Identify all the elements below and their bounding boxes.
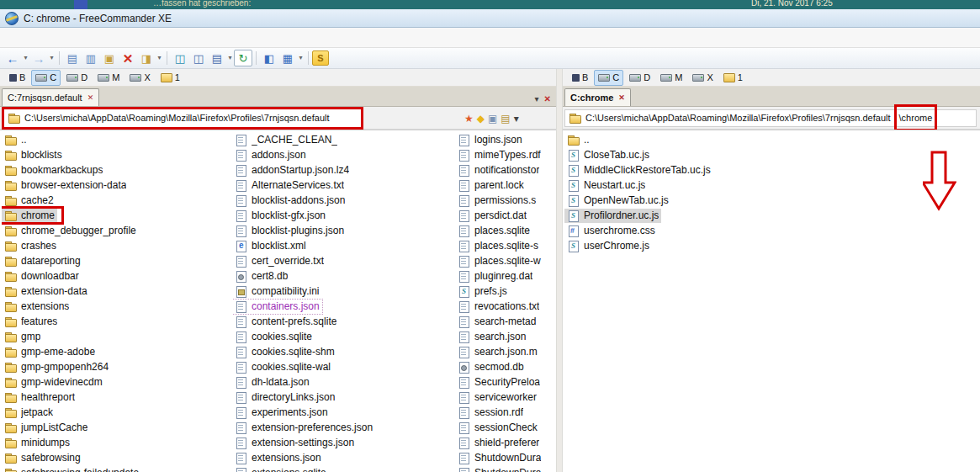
chrome_debugger_profile[interactable]: chrome_debugger_profile [2,223,230,238]
logins.json[interactable]: logins.json [455,132,556,147]
favorites-icon[interactable]: ★ [464,113,474,125]
extension-settings.json[interactable]: extension-settings.json [232,435,454,450]
extension-data[interactable]: extension-data [2,284,230,299]
safebrowsing[interactable]: safebrowsing [2,450,230,465]
blocklist-gfx.json[interactable]: blocklist-gfx.json [232,208,454,223]
serviceworker[interactable]: serviceworker [455,390,556,405]
dh-ldata.json[interactable]: dh-ldata.json [232,374,454,390]
path-dropdown-icon[interactable]: ▾ [514,113,519,125]
sync-icon[interactable]: S [312,50,329,66]
search-metad[interactable]: search-metad [455,314,556,329]
persdict.dat[interactable]: persdict.dat [455,208,556,223]
menu-item[interactable] [87,35,104,40]
tree-view-icon[interactable]: ◫ [189,49,208,67]
panel-close-icon[interactable]: ✕ [544,94,551,103]
menu-item[interactable] [37,35,54,40]
new-folder-icon[interactable]: ▤ [63,49,82,67]
cert_override.txt[interactable]: cert_override.txt [232,253,454,268]
_CACHE_CLEAN_[interactable]: _CACHE_CLEAN_ [232,132,454,147]
copy-path-icon[interactable]: ▣ [488,113,497,125]
experiments.json[interactable]: experiments.json [232,405,454,420]
cookies.sqlite-wal[interactable]: cookies.sqlite-wal [232,359,454,374]
drive-button[interactable]: 1 [719,70,747,86]
parent.lock[interactable]: parent.lock [455,178,556,193]
toolbar-separator[interactable] [56,50,63,66]
healthreport[interactable]: healthreport [2,390,230,405]
drive-button[interactable]: B [568,70,592,86]
containers.json[interactable]: containers.json [232,299,454,314]
features[interactable]: features [2,314,230,329]
sessionCheck[interactable]: sessionCheck [455,420,556,435]
menu-item[interactable] [20,35,37,40]
ShutdownDura[interactable]: ShutdownDura [455,465,556,472]
permissions.s[interactable]: permissions.s [455,193,556,208]
blocklists[interactable]: blocklists [2,147,230,162]
mimeTypes.rdf[interactable]: mimeTypes.rdf [455,147,556,162]
gmp-widevinecdm[interactable]: gmp-widevinecdm [2,374,230,390]
extensions[interactable]: extensions [2,299,230,314]
OpenNewTab.uc.js[interactable]: OpenNewTab.uc.js [564,193,980,208]
drive-button[interactable]: X [125,70,154,86]
extensions.json[interactable]: extensions.json [232,450,454,465]
forward-icon[interactable]: → [29,49,48,67]
blocklist.xml[interactable]: blocklist.xml [232,238,454,253]
safebrowsing-failedupdate[interactable]: safebrowsing-failedupdate [2,465,230,472]
tab-list-dropdown-icon[interactable]: ▾ [535,94,539,103]
grid-view-icon[interactable]: ▦ [278,49,297,67]
Neustart.uc.js[interactable]: Neustart.uc.js [564,178,980,193]
content-prefs.sqlite[interactable]: content-prefs.sqlite [232,314,454,329]
back-icon[interactable]: ← [3,49,22,67]
compatibility.ini[interactable]: compatibility.ini [232,284,454,299]
tab-left-folder[interactable]: C:7rnjsqsn.default ✕ [2,88,99,106]
jumpListCache[interactable]: jumpListCache [2,420,230,435]
..[interactable]: .. [2,132,230,147]
MiddleClickRestoreTab.uc.js[interactable]: MiddleClickRestoreTab.uc.js [564,162,980,178]
places.sqlite-s[interactable]: places.sqlite-s [455,238,556,253]
grid-dropdown-icon[interactable]: ▾ [297,49,305,67]
session.rdf[interactable]: session.rdf [455,405,556,420]
cookies.sqlite[interactable]: cookies.sqlite [232,329,454,344]
new-tab-icon[interactable]: ▤ [501,113,510,125]
forward-dropdown-icon[interactable]: ▾ [48,49,56,67]
userChrome.js[interactable]: userChrome.js [564,238,980,253]
pluginreg.dat[interactable]: pluginreg.dat [455,268,556,284]
layout-icon[interactable]: ◧ [260,49,278,67]
view-dropdown-icon[interactable]: ▾ [226,49,234,67]
Profilordner.uc.js[interactable]: Profilordner.uc.js [564,208,980,223]
shield-preferer[interactable]: shield-preferer [455,435,556,450]
SecurityPreloa[interactable]: SecurityPreloa [455,374,556,390]
drive-button[interactable]: D [625,70,654,86]
bookmarkbackups[interactable]: bookmarkbackups [2,162,230,178]
split-view-icon[interactable]: ◫ [171,49,189,67]
edit-icon[interactable]: ▥ [82,49,100,67]
cookies.sqlite-shm[interactable]: cookies.sqlite-shm [232,344,454,359]
search-dropdown-icon[interactable]: ▾ [156,49,163,67]
browser-extension-data[interactable]: browser-extension-data [2,178,230,193]
drive-button[interactable]: M [93,70,124,86]
CloseTab.uc.js[interactable]: CloseTab.uc.js [564,147,980,162]
drive-button[interactable]: C [31,70,61,86]
secmod.db[interactable]: secmod.db [455,359,556,374]
userchrome.css[interactable]: userchrome.css [564,223,980,238]
jetpack[interactable]: jetpack [2,405,230,420]
notificationstor[interactable]: notificationstor [455,162,556,178]
cache2[interactable]: cache2 [2,193,230,208]
datareporting[interactable]: datareporting [2,253,230,268]
prefs.js[interactable]: prefs.js [455,284,556,299]
drive-button[interactable]: C [594,70,623,86]
back-dropdown-icon[interactable]: ▾ [22,49,29,67]
drive-button[interactable]: 1 [156,70,184,86]
right-path-field[interactable]: C:\Users\micha\AppData\Roaming\Mozilla\F… [564,109,977,127]
search.json[interactable]: search.json [455,329,556,344]
chrome[interactable]: chrome [2,208,230,223]
addonStartup.json.lz4[interactable]: addonStartup.json.lz4 [232,162,454,178]
left-path-field[interactable]: C:\Users\micha\AppData\Roaming\Mozilla\F… [2,107,363,130]
drive-button[interactable]: M [656,70,686,86]
history-icon[interactable]: ◆ [477,113,485,125]
toolbar-separator[interactable] [252,50,260,66]
..[interactable]: .. [564,132,980,147]
directoryLinks.json[interactable]: directoryLinks.json [232,390,454,405]
ShutdownDura[interactable]: ShutdownDura [455,450,556,465]
gmp-eme-adobe[interactable]: gmp-eme-adobe [2,344,230,359]
drive-button[interactable]: B [5,70,29,86]
